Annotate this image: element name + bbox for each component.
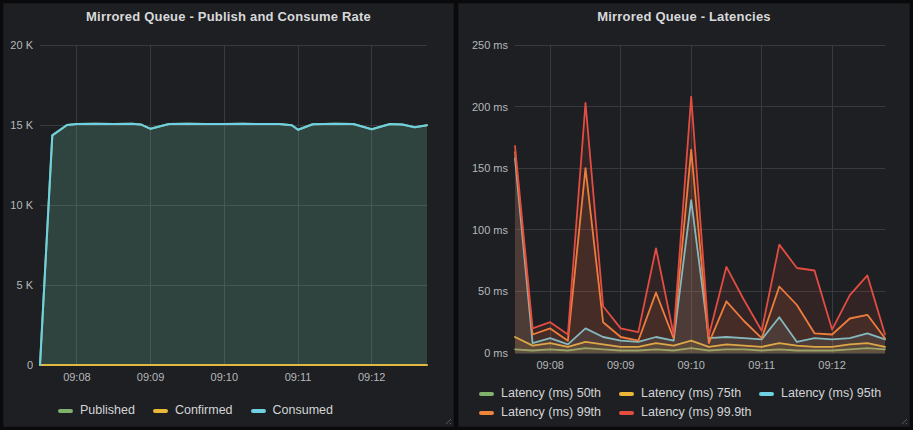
legend-label: Latency (ms) 95th xyxy=(781,385,881,402)
legend-label: Latency (ms) 50th xyxy=(501,385,601,402)
y-axis-tick-label: 100 ms xyxy=(472,224,509,236)
x-axis-tick-label: 09:10 xyxy=(677,359,705,371)
legend-swatch xyxy=(619,392,634,396)
legend-row: Latency (ms) 99thLatency (ms) 99.9th xyxy=(479,404,881,421)
legend-item-consumed[interactable]: Consumed xyxy=(251,402,333,419)
y-axis-tick-label: 50 ms xyxy=(478,285,508,297)
legend-item-confirmed[interactable]: Confirmed xyxy=(153,402,233,419)
legend-swatch xyxy=(759,392,774,396)
x-axis-tick-label: 09:11 xyxy=(285,371,312,383)
legend-label: Consumed xyxy=(273,402,333,419)
series-area-consumed xyxy=(40,124,427,365)
latency-chart-plot: 0 ms50 ms100 ms150 ms200 ms250 ms09:0809… xyxy=(459,4,909,426)
x-axis-tick-label: 09:12 xyxy=(818,359,846,371)
legend-item-latency-ms-75th[interactable]: Latency (ms) 75th xyxy=(619,385,741,402)
y-axis-tick-label: 250 ms xyxy=(472,39,509,51)
legend-label: Latency (ms) 99.9th xyxy=(641,404,751,421)
legend-swatch xyxy=(251,409,266,413)
rate-chart-legend: PublishedConfirmedConsumed xyxy=(58,402,333,419)
legend-swatch xyxy=(479,411,494,415)
latency-chart-legend: Latency (ms) 50thLatency (ms) 75thLatenc… xyxy=(479,385,881,421)
panel-latencies: Mirrored Queue - Latencies 0 ms50 ms100 … xyxy=(458,3,910,427)
legend-label: Latency (ms) 99th xyxy=(501,404,601,421)
x-axis-tick-label: 09:11 xyxy=(748,359,775,371)
legend-item-published[interactable]: Published xyxy=(58,402,135,419)
legend-item-latency-ms-50th[interactable]: Latency (ms) 50th xyxy=(479,385,601,402)
x-axis-tick-label: 09:10 xyxy=(211,371,239,383)
legend-row: PublishedConfirmedConsumed xyxy=(58,402,333,419)
legend-swatch xyxy=(58,409,73,413)
y-axis-tick-label: 20 K xyxy=(10,39,33,51)
legend-swatch xyxy=(479,392,494,396)
y-axis-tick-label: 150 ms xyxy=(472,162,509,174)
x-axis-tick-label: 09:12 xyxy=(358,371,386,383)
legend-swatch xyxy=(619,411,634,415)
x-axis-tick-label: 09:09 xyxy=(137,371,165,383)
y-axis-tick-label: 0 ms xyxy=(484,347,508,359)
rate-chart-plot: 05 K10 K15 K20 K09:0809:0909:1009:1109:1… xyxy=(4,4,453,426)
legend-item-latency-ms-95th[interactable]: Latency (ms) 95th xyxy=(759,385,881,402)
x-axis-tick-label: 09:08 xyxy=(63,371,91,383)
x-axis-tick-label: 09:08 xyxy=(536,359,564,371)
y-axis-tick-label: 0 xyxy=(27,359,33,371)
legend-item-latency-ms-99th[interactable]: Latency (ms) 99th xyxy=(479,404,601,421)
y-axis-tick-label: 10 K xyxy=(10,199,33,211)
y-axis-tick-label: 200 ms xyxy=(472,101,509,113)
legend-item-latency-ms-99-9th[interactable]: Latency (ms) 99.9th xyxy=(619,404,751,421)
panel-publish-consume-rate: Mirrored Queue - Publish and Consume Rat… xyxy=(3,3,454,427)
y-axis-tick-label: 15 K xyxy=(10,119,33,131)
y-axis-tick-label: 5 K xyxy=(16,279,33,291)
legend-row: Latency (ms) 50thLatency (ms) 75thLatenc… xyxy=(479,385,881,402)
legend-swatch xyxy=(153,409,168,413)
legend-label: Latency (ms) 75th xyxy=(641,385,741,402)
legend-label: Published xyxy=(80,402,135,419)
legend-label: Confirmed xyxy=(175,402,233,419)
x-axis-tick-label: 09:09 xyxy=(607,359,635,371)
